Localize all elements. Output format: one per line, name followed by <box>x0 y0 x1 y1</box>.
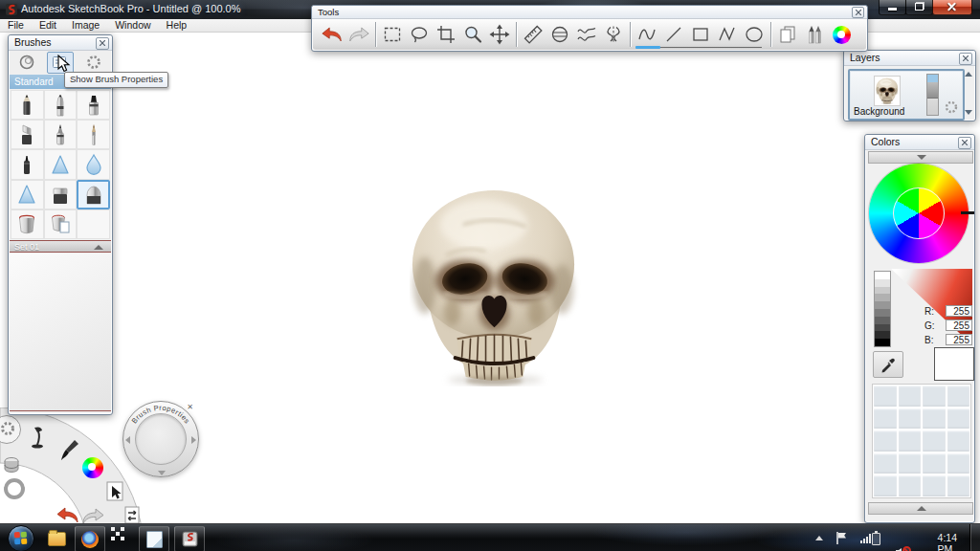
current-color-swatch[interactable] <box>934 347 974 381</box>
green-value[interactable]: 255 <box>946 320 972 331</box>
draw-ellipse-button[interactable] <box>741 20 768 49</box>
brush-hard-eraser[interactable] <box>44 180 78 209</box>
color-swatch[interactable] <box>947 430 970 452</box>
brush-paintbrush[interactable] <box>77 120 110 149</box>
undo-icon[interactable] <box>56 507 80 523</box>
lasso-select-button[interactable] <box>406 20 433 49</box>
color-swatch[interactable] <box>899 475 922 496</box>
taskbar-explorer[interactable] <box>48 529 66 546</box>
restore-button[interactable] <box>905 0 933 15</box>
draw-line-button[interactable] <box>660 20 687 49</box>
red-value[interactable]: 255 <box>946 305 972 317</box>
show-desktop-button[interactable] <box>969 524 980 551</box>
color-swatch[interactable] <box>947 475 970 496</box>
start-button[interactable] <box>8 525 34 551</box>
undo-button[interactable] <box>319 20 345 49</box>
brushes-palette-titlebar[interactable]: Brushes <box>9 35 112 51</box>
taskbar-clock[interactable]: 4:14 PM <box>938 532 957 551</box>
layer-copy-button[interactable] <box>774 20 801 49</box>
taskbar-firefox[interactable] <box>75 526 105 551</box>
lamp-icon[interactable] <box>29 425 48 450</box>
select-cursor-icon[interactable] <box>105 480 126 503</box>
battery-icon[interactable] <box>872 533 880 545</box>
menu-edit[interactable]: Edit <box>32 19 64 32</box>
eyedropper-button[interactable] <box>873 351 903 378</box>
color-swatch[interactable] <box>874 386 897 407</box>
puck-arrow-right[interactable] <box>191 436 196 444</box>
redo-icon[interactable] <box>80 508 105 524</box>
hue-wheel[interactable] <box>869 164 969 263</box>
blue-value[interactable]: 255 <box>946 334 972 345</box>
color-swatch[interactable] <box>899 408 922 430</box>
draw-polyline-button[interactable] <box>714 20 741 49</box>
collapse-icon[interactable] <box>94 245 103 250</box>
color-swatch[interactable] <box>947 453 970 474</box>
brush-set-bar[interactable]: Set 01 <box>10 240 111 253</box>
lagoon-settings-button[interactable] <box>0 415 21 444</box>
color-swatch[interactable] <box>923 453 946 474</box>
eraser-icon[interactable] <box>2 455 23 476</box>
color-swatch[interactable] <box>899 430 922 452</box>
layers-scroll-down[interactable] <box>965 110 972 115</box>
layer-tile[interactable]: Background <box>851 72 962 118</box>
french-curve-button[interactable] <box>573 20 600 49</box>
puck-dial[interactable] <box>135 413 187 465</box>
menu-file[interactable]: File <box>0 19 32 32</box>
color-swatch[interactable] <box>923 475 946 496</box>
layers-palette-titlebar[interactable]: Layers <box>844 51 975 66</box>
brush-soft-eraser[interactable] <box>77 180 110 209</box>
color-swatch[interactable] <box>874 475 897 496</box>
color-swatch[interactable] <box>923 408 946 430</box>
swatch-collapse-bar[interactable] <box>868 502 973 515</box>
layers-scroll-up[interactable] <box>965 72 972 77</box>
brush-felt-pen[interactable] <box>11 149 44 179</box>
brush-flood-fill-layer[interactable] <box>44 209 78 239</box>
menu-window[interactable]: Window <box>107 19 158 32</box>
layers-close-button[interactable] <box>959 53 972 65</box>
rectangle-select-button[interactable] <box>379 20 406 49</box>
tools-close-button[interactable] <box>852 7 864 18</box>
color-swatch[interactable] <box>923 386 946 407</box>
symmetry-button[interactable] <box>600 20 627 49</box>
color-swatch[interactable] <box>899 386 922 407</box>
brush-palette-button[interactable] <box>801 20 828 49</box>
action-center-flag-icon[interactable] <box>835 531 848 545</box>
color-swatch[interactable] <box>923 430 946 452</box>
color-palette-button[interactable] <box>828 20 855 49</box>
minimize-button[interactable] <box>879 0 906 15</box>
layer-settings-gear-icon[interactable] <box>944 99 959 115</box>
crop-button[interactable] <box>433 20 459 49</box>
brush-flood-fill[interactable] <box>11 209 44 239</box>
draw-freeform-curve-button[interactable] <box>634 20 660 49</box>
puck-arrow-down[interactable] <box>158 471 166 475</box>
brush-chisel-marker[interactable] <box>77 90 110 120</box>
puck-arrow-left[interactable] <box>125 436 130 444</box>
move-view-button[interactable] <box>486 20 513 49</box>
puck-close-icon[interactable]: ✕ <box>187 403 193 411</box>
colors-close-button[interactable] <box>958 137 971 149</box>
brush-pencil[interactable] <box>11 90 44 120</box>
brush-properties-puck[interactable]: Brush Properties ✕ <box>122 401 199 477</box>
brush-ring-button[interactable] <box>13 52 40 74</box>
color-pie[interactable] <box>893 187 945 239</box>
color-wheel-icon[interactable] <box>82 457 103 478</box>
menu-image[interactable]: Image <box>64 19 107 32</box>
zoom-button[interactable] <box>459 20 486 49</box>
draw-rectangle-button[interactable] <box>687 20 714 49</box>
ellipse-guide-button[interactable] <box>546 20 573 49</box>
brush-soft-airbrush[interactable] <box>11 180 44 209</box>
colors-palette-titlebar[interactable]: Colors <box>865 135 974 150</box>
color-swatch[interactable] <box>874 408 897 430</box>
close-button[interactable] <box>932 0 972 15</box>
taskbar-notes[interactable] <box>139 526 169 551</box>
volume-muted-icon[interactable] <box>896 545 911 551</box>
ring-icon[interactable] <box>4 478 25 499</box>
color-swatch[interactable] <box>874 430 897 452</box>
brush-technical-pen[interactable] <box>44 120 78 149</box>
brush-ballpoint-pen[interactable] <box>44 90 78 120</box>
color-swatch[interactable] <box>899 453 922 474</box>
layer-row-background[interactable]: Background <box>848 69 965 121</box>
wheel-collapse-bar[interactable] <box>868 151 973 164</box>
taskbar-sketchbook[interactable] <box>174 526 205 551</box>
grayscale-strip[interactable] <box>874 271 891 347</box>
